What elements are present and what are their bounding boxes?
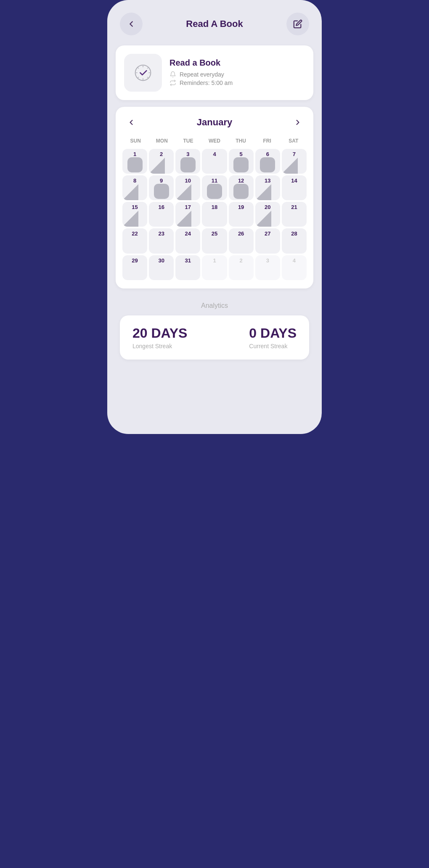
- calendar-day-number: 4: [213, 151, 216, 157]
- day-complete-indicator: [260, 157, 275, 172]
- edit-icon: [293, 19, 302, 29]
- current-streak-label: Current Streak: [249, 343, 297, 349]
- calendar-prev-button[interactable]: [124, 115, 138, 130]
- calendar-day-number: 15: [132, 204, 138, 210]
- calendar-day[interactable]: 19: [229, 202, 254, 227]
- calendar-next-button[interactable]: [291, 115, 305, 130]
- calendar-day[interactable]: 2: [149, 149, 174, 174]
- weekday-sun: SUN: [122, 136, 149, 146]
- repeat-icon: [169, 79, 176, 86]
- calendar-day[interactable]: 7: [282, 149, 307, 174]
- calendar-day[interactable]: 15: [122, 202, 147, 227]
- back-button[interactable]: [120, 13, 143, 35]
- calendar-day[interactable]: 26: [229, 228, 254, 253]
- calendar-day[interactable]: 24: [175, 228, 200, 253]
- calendar-day[interactable]: 11: [202, 175, 227, 200]
- calendar-day[interactable]: 25: [202, 228, 227, 253]
- back-icon: [127, 19, 136, 29]
- calendar-day[interactable]: 3: [175, 149, 200, 174]
- calendar-day[interactable]: 1: [202, 255, 227, 280]
- day-complete-indicator: [233, 157, 249, 172]
- calendar-day[interactable]: 6: [255, 149, 280, 174]
- calendar-day[interactable]: 14: [282, 175, 307, 200]
- calendar-day[interactable]: 13: [255, 175, 280, 200]
- calendar-day[interactable]: 21: [282, 202, 307, 227]
- weekday-sat: SAT: [280, 136, 307, 146]
- day-partial-indicator: [122, 211, 138, 227]
- day-partial-indicator: [122, 184, 138, 200]
- calendar-day-number: 22: [132, 231, 138, 236]
- phone-frame: Read A Book: [107, 0, 322, 434]
- calendar-day-number: 20: [265, 204, 270, 210]
- edit-button[interactable]: [286, 13, 309, 35]
- calendar-day-number: 3: [266, 258, 269, 263]
- calendar-day-number: 1: [213, 258, 216, 263]
- calendar-weekdays: SUN MON TUE WED THU FRI SAT: [122, 136, 307, 146]
- calendar-day[interactable]: 12: [229, 175, 254, 200]
- calendar-day-number: 31: [185, 258, 191, 263]
- calendar-day[interactable]: 3: [255, 255, 280, 280]
- day-complete-indicator: [180, 157, 196, 172]
- habit-repeat: Repeat everyday: [169, 71, 305, 78]
- svg-line-8: [147, 77, 148, 78]
- calendar-day-number: 26: [238, 231, 244, 236]
- calendar-day[interactable]: 22: [122, 228, 147, 253]
- calendar-day-number: 9: [160, 178, 163, 183]
- svg-line-7: [138, 77, 139, 78]
- svg-line-5: [138, 68, 139, 69]
- day-partial-indicator: [255, 211, 271, 227]
- page-title: Read A Book: [186, 19, 243, 29]
- calendar-day[interactable]: 16: [149, 202, 174, 227]
- calendar-day[interactable]: 2: [229, 255, 254, 280]
- weekday-tue: TUE: [175, 136, 201, 146]
- calendar-day-number: 23: [158, 231, 164, 236]
- calendar-day-number: 19: [238, 204, 244, 210]
- calendar-day-number: 29: [132, 258, 138, 263]
- day-partial-indicator: [282, 158, 298, 174]
- calendar-day-number: 5: [240, 151, 243, 157]
- calendar-day[interactable]: 17: [175, 202, 200, 227]
- calendar-day[interactable]: 18: [202, 202, 227, 227]
- calendar-day[interactable]: 28: [282, 228, 307, 253]
- weekday-fri: FRI: [254, 136, 281, 146]
- calendar-day-number: 18: [212, 204, 217, 210]
- calendar-day-number: 14: [291, 178, 297, 183]
- calendar-day-number: 6: [266, 151, 269, 157]
- calendar-day[interactable]: 23: [149, 228, 174, 253]
- day-partial-indicator: [149, 158, 165, 174]
- calendar-day-number: 25: [212, 231, 217, 236]
- calendar-day[interactable]: 5: [229, 149, 254, 174]
- calendar-day[interactable]: 31: [175, 255, 200, 280]
- calendar-day-number: 12: [238, 178, 244, 183]
- calendar-day-number: 21: [291, 204, 297, 210]
- calendar-day[interactable]: 29: [122, 255, 147, 280]
- calendar-day-number: 17: [185, 204, 191, 210]
- calendar-day[interactable]: 1: [122, 149, 147, 174]
- calendar-month-label: January: [197, 117, 232, 128]
- clock-check-icon: [132, 62, 154, 83]
- longest-streak-item: 20 DAYS Longest Streak: [132, 326, 187, 349]
- svg-point-0: [135, 65, 151, 81]
- calendar-day[interactable]: 8: [122, 175, 147, 200]
- calendar-day-number: 2: [240, 258, 243, 263]
- calendar-day[interactable]: 4: [282, 255, 307, 280]
- calendar-day[interactable]: 20: [255, 202, 280, 227]
- current-streak-value: 0 DAYS: [249, 326, 297, 341]
- habit-icon-box: [124, 54, 162, 92]
- calendar-day-number: 16: [158, 204, 164, 210]
- habit-card: Read a Book Repeat everyday Reminders: 5…: [116, 45, 313, 100]
- calendar-day[interactable]: 30: [149, 255, 174, 280]
- habit-info: Read a Book Repeat everyday Reminders: 5…: [169, 58, 305, 88]
- calendar-day-number: 27: [265, 231, 270, 236]
- longest-streak-label: Longest Streak: [132, 343, 187, 349]
- chevron-left-icon: [127, 118, 135, 127]
- calendar-day-number: 7: [293, 151, 296, 157]
- day-complete-indicator: [154, 184, 169, 199]
- calendar-day[interactable]: 10: [175, 175, 200, 200]
- calendar-day[interactable]: 4: [202, 149, 227, 174]
- calendar-day[interactable]: 27: [255, 228, 280, 253]
- calendar-day-number: 11: [212, 178, 217, 183]
- analytics-label: Analytics: [120, 302, 309, 310]
- habit-reminder: Reminders: 5:00 am: [169, 79, 305, 86]
- calendar-day[interactable]: 9: [149, 175, 174, 200]
